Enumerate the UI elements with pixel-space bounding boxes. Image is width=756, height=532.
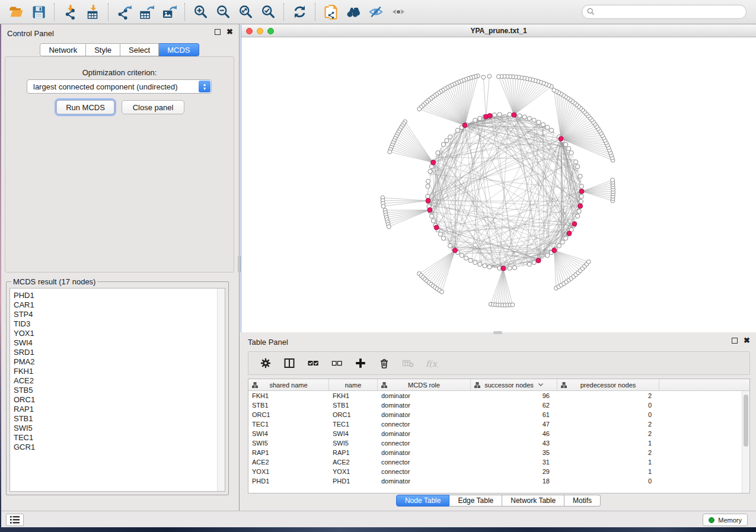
import-network-icon[interactable] — [59, 2, 81, 22]
new-network-from-selection-icon[interactable] — [320, 2, 342, 22]
control-panel-tabs: NetworkStyleSelectMCDS — [0, 43, 239, 56]
list-item[interactable]: STP4 — [14, 310, 225, 319]
open-session-icon[interactable] — [5, 2, 27, 22]
list-item[interactable]: TEC1 — [14, 433, 225, 443]
table-scrollbar[interactable] — [742, 391, 749, 493]
close-table-panel-icon[interactable]: ✖ — [744, 338, 750, 344]
list-item[interactable]: PHD1 — [14, 291, 225, 300]
column-type-icon — [381, 382, 387, 388]
optimization-criterion-select[interactable]: largest connected component (undirected)… — [27, 79, 212, 94]
table-cell: PHD1 — [329, 476, 378, 486]
select-all-icon[interactable] — [303, 353, 323, 373]
network-window-titlebar[interactable]: YPA_prune.txt_1 — [241, 25, 756, 37]
zoom-selected-icon[interactable] — [257, 2, 279, 22]
tab-style[interactable]: Style — [86, 43, 120, 56]
table-row[interactable]: SWI5SWI5connector431 — [248, 438, 749, 448]
table-row[interactable]: STB1STB1dominator620 — [248, 400, 749, 410]
add-row-icon[interactable] — [350, 353, 371, 373]
deselect-all-icon[interactable] — [327, 353, 347, 373]
export-network-icon[interactable] — [113, 2, 135, 22]
network-canvas[interactable] — [241, 37, 756, 332]
float-panel-icon[interactable] — [215, 29, 221, 35]
column-header[interactable]: name — [329, 379, 378, 390]
table-row[interactable]: FKH1FKH1dominator962 — [248, 391, 749, 400]
show-all-icon[interactable] — [387, 2, 410, 22]
table-type-tabs: Node TableEdge TableNetwork TableMotifs — [241, 495, 756, 507]
list-item[interactable]: SWI5 — [14, 424, 225, 433]
refresh-icon[interactable] — [288, 2, 311, 22]
list-item[interactable]: CAR1 — [14, 300, 225, 310]
list-item[interactable]: ORC1 — [14, 395, 225, 405]
table-row[interactable]: ACE2ACE2connector311 — [248, 457, 749, 467]
zoom-fit-icon[interactable] — [234, 2, 257, 22]
list-item[interactable]: SRD1 — [14, 348, 225, 357]
mcds-result-list[interactable]: PHD1CAR1STP4TID3YOX1SWI4SRD1PMA2FKH1ACE2… — [9, 288, 225, 492]
save-session-icon[interactable] — [27, 2, 50, 22]
tab-motifs[interactable]: Motifs — [564, 495, 601, 507]
list-item[interactable]: FKH1 — [14, 367, 225, 376]
list-item[interactable]: SWI4 — [14, 338, 225, 348]
task-history-button[interactable] — [6, 514, 24, 526]
column-header[interactable]: successor nodes — [471, 379, 557, 390]
table-cell: 29 — [471, 467, 557, 476]
run-mcds-button[interactable]: Run MCDS — [56, 100, 114, 114]
mcds-list-scrollbar[interactable] — [217, 289, 225, 491]
column-type-icon — [252, 382, 258, 388]
list-item[interactable]: YOX1 — [14, 329, 225, 338]
table-settings-icon[interactable] — [256, 353, 276, 373]
table-row[interactable]: PHD1PHD1dominator180 — [248, 476, 749, 486]
hide-selected-icon[interactable] — [365, 2, 387, 22]
column-header[interactable]: MCDS role — [378, 379, 471, 390]
mcds-tab-content: Optimization criterion: largest connecte… — [5, 56, 234, 273]
optimization-criterion-label: Optimization criterion: — [5, 68, 234, 77]
table-row[interactable]: TEC1TEC1connector472 — [248, 419, 749, 429]
search-input[interactable] — [582, 5, 747, 19]
list-item[interactable]: STB5 — [14, 386, 225, 395]
show-columns-icon[interactable] — [279, 353, 299, 373]
list-item[interactable]: RAP1 — [14, 405, 225, 414]
export-table-icon[interactable] — [135, 2, 158, 22]
table-row[interactable]: RAP1RAP1dominator352 — [248, 448, 749, 457]
vertical-splitter-grip[interactable] — [238, 256, 241, 273]
table-scrollbar-thumb[interactable] — [744, 395, 748, 447]
export-image-icon[interactable] — [158, 2, 180, 22]
table-row[interactable]: SWI4SWI4dominator462 — [248, 429, 749, 438]
import-table-icon[interactable] — [81, 2, 104, 22]
tab-network[interactable]: Network — [40, 43, 86, 56]
zoom-in-icon[interactable] — [189, 2, 212, 22]
column-header[interactable]: shared name — [248, 379, 329, 390]
function-builder-icon[interactable]: f(x) — [422, 353, 442, 373]
sort-menu-icon[interactable] — [538, 383, 543, 386]
table-cell: ORC1 — [248, 410, 329, 419]
tab-network-table[interactable]: Network Table — [502, 495, 564, 507]
tab-node-table[interactable]: Node Table — [396, 495, 450, 507]
table-cell: YOX1 — [248, 467, 329, 476]
table-cell: 1 — [557, 457, 659, 467]
float-table-panel-icon[interactable] — [732, 338, 738, 344]
close-panel-button[interactable]: Close panel — [122, 100, 184, 114]
memory-button[interactable]: Memory — [703, 514, 748, 526]
delete-row-icon[interactable] — [374, 353, 394, 373]
horizontal-splitter-grip[interactable] — [493, 331, 502, 334]
list-item[interactable]: PMA2 — [14, 357, 225, 367]
list-item[interactable]: GCR1 — [14, 443, 225, 452]
table-cell: 2 — [557, 448, 659, 457]
table-cell: 0 — [557, 400, 659, 410]
delete-column-icon[interactable] — [398, 353, 418, 373]
node-table: shared namenameMCDS rolesuccessor nodesp… — [248, 379, 750, 493]
table-cell: SWI4 — [248, 429, 329, 438]
list-item[interactable]: TID3 — [14, 319, 225, 329]
zoom-out-icon[interactable] — [212, 2, 234, 22]
first-neighbors-icon[interactable] — [342, 2, 365, 22]
tab-select[interactable]: Select — [120, 43, 159, 56]
column-header[interactable]: predecessor nodes — [557, 379, 659, 390]
table-row[interactable]: ORC1ORC1dominator610 — [248, 410, 749, 419]
list-item[interactable]: ACE2 — [14, 376, 225, 386]
table-row[interactable]: YOX1YOX1connector291 — [248, 467, 749, 476]
close-panel-icon[interactable]: ✖ — [227, 29, 233, 35]
tab-mcds[interactable]: MCDS — [159, 43, 199, 56]
list-item[interactable]: STB1 — [14, 414, 225, 424]
table-cell: 0 — [557, 410, 659, 419]
tab-edge-table[interactable]: Edge Table — [449, 495, 502, 507]
table-cell: FKH1 — [248, 391, 329, 400]
